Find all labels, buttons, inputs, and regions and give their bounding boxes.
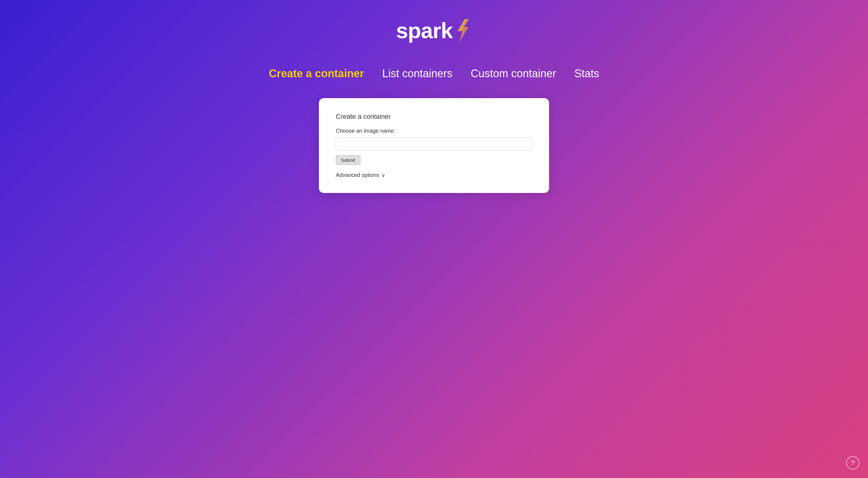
create-container-card: Create a container Choose an image name:… bbox=[319, 98, 549, 193]
logo: spark bbox=[396, 18, 472, 43]
main-nav: Create a container List containers Custo… bbox=[269, 67, 599, 80]
svg-marker-0 bbox=[458, 19, 469, 42]
card-title: Create a container bbox=[336, 113, 532, 121]
advanced-options-label: Advanced options bbox=[336, 172, 379, 178]
image-name-label: Choose an image name: bbox=[336, 128, 532, 134]
nav-item-create[interactable]: Create a container bbox=[269, 67, 364, 80]
advanced-options-toggle[interactable]: Advanced options ∨ bbox=[336, 172, 532, 178]
chevron-down-icon: ∨ bbox=[382, 172, 385, 178]
main-content: Create a container Choose an image name:… bbox=[319, 80, 549, 193]
nav-item-stats[interactable]: Stats bbox=[574, 67, 599, 80]
nav-item-custom[interactable]: Custom container bbox=[471, 67, 556, 80]
logo-text: spark bbox=[396, 18, 453, 43]
spark-icon bbox=[454, 19, 472, 43]
page-header: spark Create a container List containers… bbox=[269, 18, 599, 80]
nav-item-list[interactable]: List containers bbox=[382, 67, 453, 80]
submit-button[interactable]: Submit bbox=[336, 155, 361, 165]
help-button[interactable]: ? bbox=[846, 456, 860, 470]
image-name-input[interactable] bbox=[336, 137, 532, 151]
